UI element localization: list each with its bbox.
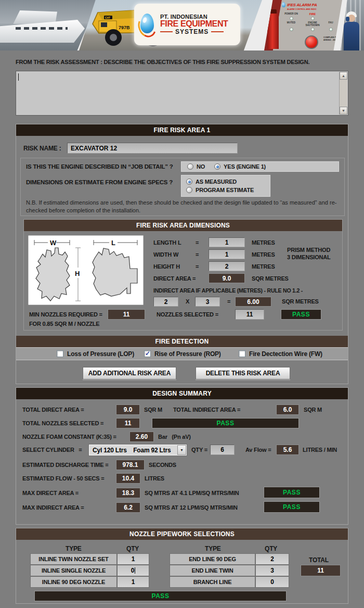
banner-alarm-panel-photo: IFES ALARM PA ALARM CONTROL AND INDIC PO… (264, 0, 342, 50)
pipework-row-type: END LINE 90 DEG (170, 553, 255, 565)
radio-yes-engine-1[interactable]: YES (ENGINE 1) (214, 163, 266, 170)
direct-area-value: 9.0 (209, 273, 245, 283)
radio-as-measured[interactable]: AS MEASURED (186, 179, 237, 185)
led-engine-shutdown (311, 28, 315, 31)
add-risk-area-button[interactable]: ADD ADITIONAL RISK AREA (83, 367, 176, 379)
pipework-qty-input[interactable]: 1 (117, 553, 149, 565)
radio-selected-icon[interactable] (214, 163, 220, 170)
pipework-row-type: INLINE TWIN NOZZLE SET (30, 553, 117, 565)
alarm-panel-title: IFES ALARM PA (287, 3, 317, 7)
radio-no[interactable]: NO (187, 163, 205, 170)
total-nozzles-pass-badge: PASS (152, 418, 299, 428)
indirect-result-value: 6.00 (235, 297, 271, 307)
alarm-red-button (305, 35, 318, 49)
width-input[interactable]: 1 (209, 249, 245, 259)
drop-icon (282, 2, 285, 7)
length-input[interactable]: 1 (209, 237, 245, 247)
svg-text:CAT: CAT (105, 16, 110, 19)
logo-line2: FIRE EQUIPMENT (160, 20, 228, 29)
led-power-on (290, 17, 293, 20)
pipework-pass-badge: PASS (34, 591, 287, 601)
checkbox-rop[interactable]: Rise of Pressure (ROP) (144, 350, 221, 358)
flow-50secs-value: 10.4 (116, 473, 140, 484)
height-label: HEIGHT H (153, 263, 180, 270)
foam-constant-label: NOZZLE FOAM CONSTANT (K:35) = (22, 434, 116, 440)
led-fire (311, 17, 315, 20)
led-muted (290, 28, 293, 31)
av-flow-value: 5.6 (276, 445, 299, 455)
pipework-qty-input[interactable]: 3 (255, 565, 289, 576)
nozzles-selected-input[interactable]: 11 (235, 309, 264, 320)
checkbox-checked-icon[interactable] (144, 350, 151, 357)
fire-detection-title: FIRE DETECTION (16, 336, 348, 347)
indirect-area-label: INDIRECT AREA IF APPLICABLE (METRES) - R… (153, 287, 303, 294)
risk-name-input[interactable]: EXCAVATOR 12 (67, 143, 238, 154)
text-caret (18, 73, 19, 81)
radio-selected-icon[interactable] (186, 179, 192, 185)
fire-risk-area-panel: FIRE RISK AREA 1 RISK NAME : EXCAVATOR 1… (16, 124, 348, 384)
total-indirect-label: TOTAL INDIRECT AREA = (173, 407, 240, 413)
objectives-label: FROM THE RISK ASSESSMENT : DESCRIBE THE … (16, 59, 309, 65)
engine-dimensions-diagram: W L H (28, 235, 144, 305)
radio-icon[interactable] (187, 163, 193, 170)
nb-note: N.B. If estimated dimensions are used, t… (26, 199, 338, 214)
indirect-b-input[interactable]: 3 (195, 297, 220, 307)
prism-note-2: 3 DIMENSIONAL (287, 254, 331, 260)
av-flow-label: Av Flow = (245, 447, 271, 453)
total-nozzles-label: TOTAL NOZZLES SELECTED = (22, 420, 103, 426)
dropdown-arrow-icon[interactable]: ▼ (177, 445, 186, 455)
col-header-type-left: TYPE (66, 545, 82, 552)
textarea-scrollbar[interactable]: ▲ ▼ (339, 72, 347, 115)
width-label: WIDTH W (153, 251, 178, 258)
cylinder-qty-input[interactable]: 6 (210, 445, 235, 455)
radio-program-estimate[interactable]: PROGRAM ESTIMATE (186, 187, 254, 193)
pipework-qty-input-focused[interactable]: 0 (117, 565, 149, 576)
alarm-panel-subtitle: ALARM CONTROL AND INDIC (287, 8, 340, 10)
cylinder-select[interactable]: Cyl 120 Ltrs Foam 92 Ltrs ▼ (88, 444, 187, 456)
col-header-qty-left: QTY (126, 545, 139, 552)
delete-risk-area-button[interactable]: DELETE THIS RISK AREA (196, 367, 290, 379)
checkbox-lop[interactable]: Loss of Pressure (LOP) (57, 350, 134, 358)
fire-detection-strip: Loss of Pressure (LOP) Rise of Pressure … (16, 347, 348, 360)
dimensions-panel: FIRE RISK AREA DIMENSIONS W L H (23, 219, 343, 331)
col-header-type-right: TYPE (205, 545, 221, 552)
pipework-row-type: BRANCH LINE (170, 576, 255, 588)
svg-text:797B: 797B (119, 25, 130, 30)
pipework-qty-input[interactable]: 2 (255, 553, 289, 565)
engine-question-radiogroup: NO YES (ENGINE 1) (180, 161, 340, 172)
col-header-qty-right: QTY (265, 545, 277, 552)
logo-line3: SYSTEMS (160, 29, 228, 35)
dimensions-pass-badge: PASS (281, 309, 321, 320)
height-input[interactable]: 2 (209, 261, 245, 271)
min-nozzles-value: 11 (108, 309, 145, 320)
company-logo: PT. INDONESIAN FIRE EQUIPMENT SYSTEMS (134, 4, 240, 45)
total-direct-value: 9.0 (116, 404, 140, 415)
checkbox-icon[interactable] (239, 350, 245, 357)
scroll-down-icon[interactable]: ▼ (340, 107, 347, 115)
indirect-a-input[interactable]: 2 (153, 297, 178, 307)
engine-questions-box: IS THIS THE ENGINE DESCRIBED IN “JOB DET… (20, 158, 345, 216)
checkbox-icon[interactable] (57, 350, 63, 357)
dims-question-radiogroup: AS MEASURED PROGRAM ESTIMATE (180, 174, 271, 197)
header-banner: 797B CAT IFES ALARM PA ALARM CONTROL AND… (0, 0, 364, 50)
discharge-time-label: ESTIMATED DISCHARGE TIME = (22, 462, 108, 468)
risk-name-label: RISK NAME : (23, 145, 61, 152)
min-nozzles-sub-label: FOR 0.85 SQR M / NOZZLE (29, 321, 99, 327)
scroll-up-icon[interactable]: ▲ (340, 72, 347, 80)
objectives-textarea[interactable]: ▲ ▼ (16, 71, 348, 116)
pipework-qty-input[interactable]: 0 (255, 576, 289, 588)
svg-text:W: W (50, 239, 57, 247)
min-nozzles-label: MIN NOZZLES REQUIRED = (29, 311, 102, 318)
ifes-alarm-panel: IFES ALARM PA ALARM CONTROL AND INDIC PO… (282, 2, 340, 49)
dimensions-title: FIRE RISK AREA DIMENSIONS (24, 220, 342, 231)
radio-icon[interactable] (186, 187, 192, 193)
design-summary-panel: DESIGN SUMMARY TOTAL DIRECT AREA = 9.0 S… (16, 387, 348, 525)
prism-note-1: PRISM METHOD (287, 247, 330, 253)
checkbox-fw[interactable]: Fire Dectection Wire (FW) (239, 350, 322, 358)
svg-text:H: H (75, 270, 80, 277)
max-direct-pass-badge: PASS (264, 487, 320, 498)
banner-worker-photo (341, 0, 364, 50)
pipework-row-type: INLINE 90 DEG NOZZLE (30, 576, 117, 588)
select-cylinder-label: SELECT CYLINDER = (22, 447, 82, 453)
pipework-qty-input[interactable]: 1 (117, 576, 149, 588)
